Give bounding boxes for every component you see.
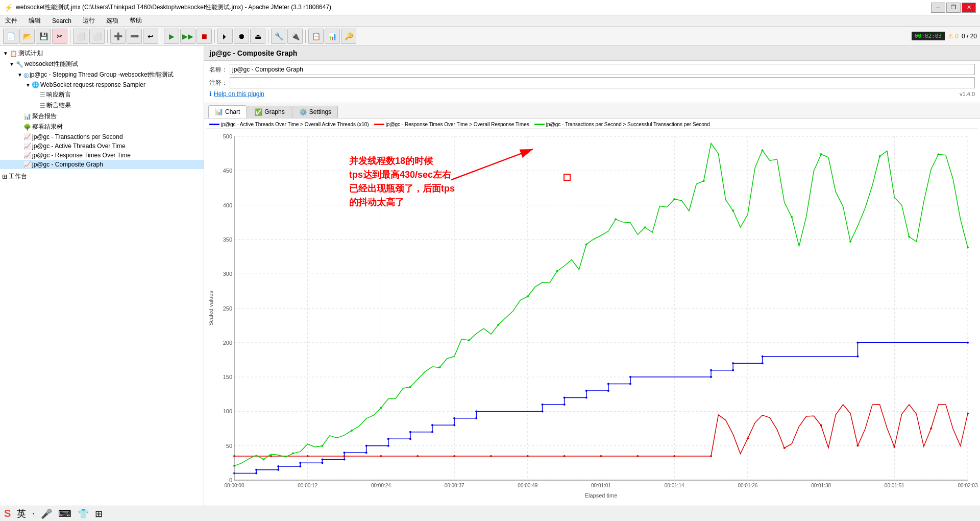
legend-text-green: jp@gc - Transactions per Second > Succes… [546, 122, 710, 127]
sidebar-item-websocket-test[interactable]: ▼ 🔧 websocket性能测试 [0, 59, 204, 69]
menubar: 文件 编辑 Search 运行 选项 帮助 [0, 15, 980, 27]
expand-test-plan[interactable]: ▼ [2, 51, 9, 56]
new-button[interactable]: 📄 [3, 29, 18, 44]
bottom-icon-s[interactable]: S [4, 508, 11, 519]
tps-icon: 📈 [23, 133, 31, 140]
clear-button[interactable]: ↩ [143, 29, 158, 44]
chart-area: jp@gc - Active Threads Over Time > Overa… [204, 119, 980, 506]
bottom-icon-shirt[interactable]: 👕 [78, 508, 89, 519]
menu-edit[interactable]: 编辑 [26, 15, 44, 26]
chart-canvas [206, 129, 978, 500]
menu-run[interactable]: 运行 [80, 15, 98, 26]
thread-count: 0 / 20 [962, 33, 977, 40]
play-button[interactable]: ▶ [164, 29, 179, 44]
expand-websocket[interactable]: ▼ [8, 61, 15, 67]
help-row: ℹ Help on this plugin v1.4.0 [209, 90, 975, 98]
sidebar-item-response-times[interactable]: 📈 jp@gc - Response Times Over Time [0, 151, 204, 160]
legend-text-red: jp@gc - Response Times Over Time > Overa… [386, 122, 529, 127]
plugin-button[interactable]: 🔌 [287, 29, 303, 44]
toolbar-sep-1 [70, 30, 70, 43]
response-label: jp@gc - Response Times Over Time [32, 152, 131, 159]
help-link[interactable]: Help on this plugin [214, 90, 264, 98]
remote-exit-button[interactable]: ⏏ [250, 29, 265, 44]
options-button1[interactable]: 📋 [308, 29, 324, 44]
toolbar-sep-6 [305, 30, 306, 43]
template-button[interactable]: 🔧 [271, 29, 286, 44]
stepping-label: jp@gc - Stepping Thread Group -websocket… [30, 70, 174, 79]
note-label: 注释： [209, 79, 230, 87]
warning-indicator: ⚠ 0 [948, 33, 959, 40]
sidebar-item-workbench[interactable]: ⊞ 工作台 [0, 171, 204, 182]
menu-options[interactable]: 选项 [103, 15, 121, 26]
main-layout: ▼ 📋 测试计划 ▼ 🔧 websocket性能测试 ▼ ◎ jp@gc - S… [0, 46, 980, 506]
open-button[interactable]: 📂 [19, 29, 35, 44]
menu-help[interactable]: 帮助 [127, 15, 145, 26]
composite-label: jp@gc - Composite Graph [32, 161, 103, 168]
panel-title: jp@gc - Composite Graph [209, 49, 297, 57]
tabs-bar: 📊 Chart ✅ Graphs ⚙️ Settings [204, 103, 980, 119]
panel-header: jp@gc - Composite Graph [204, 46, 980, 61]
sidebar-item-debug-result[interactable]: ☰ 断言结果 [0, 100, 204, 111]
stop-button[interactable]: ⏹ [197, 29, 212, 44]
workbench-label: 工作台 [9, 172, 27, 181]
remove-button[interactable]: ➖ [127, 29, 142, 44]
options-button2[interactable]: 📊 [325, 29, 340, 44]
note-input[interactable] [230, 77, 975, 88]
bottom-icon-mic[interactable]: 🎤 [41, 508, 52, 519]
toolbar-sep-2 [107, 30, 108, 43]
test-plan-icon: 📋 [9, 50, 17, 58]
paste-button[interactable]: ⬜ [89, 29, 105, 44]
sidebar-item-view-tree[interactable]: 🌳 察看结果树 [0, 122, 204, 132]
bottom-icon-lang[interactable]: 英 [17, 508, 26, 520]
sidebar-item-active-threads[interactable]: 📈 jp@gc - Active Threads Over Time [0, 141, 204, 151]
debug-label: 断言结果 [46, 101, 71, 110]
chart-wrapper: 并发线程数18的时候tps达到最高430/sec左右已经出现瓶颈了，后面tps的… [206, 129, 978, 500]
settings-tab-label: Settings [309, 108, 331, 115]
expand-sampler[interactable]: ▼ [24, 82, 32, 88]
form-area: 名称： 注释： ℹ Help on this plugin v1.4.0 [204, 61, 980, 103]
save-button[interactable]: 💾 [36, 29, 51, 44]
name-input[interactable] [230, 64, 975, 75]
bottom-icon-dot[interactable]: · [32, 508, 35, 519]
graphs-tab-label: Graphs [264, 108, 284, 115]
bottombar: S 英 · 🎤 ⌨ 👕 ⊞ [0, 506, 980, 521]
sidebar-item-test-plan[interactable]: ▼ 📋 测试计划 [0, 48, 204, 59]
menu-search[interactable]: Search [49, 16, 75, 26]
sidebar-item-stepping-thread[interactable]: ▼ ◎ jp@gc - Stepping Thread Group -webso… [0, 69, 204, 80]
titlebar: ⚡ websocket性能测试.jmx (C:\Users\Thinkpad T… [0, 0, 980, 15]
note-row: 注释： [209, 77, 975, 88]
tab-settings[interactable]: ⚙️ Settings [292, 106, 338, 118]
sampler-icon: 🌐 [32, 81, 39, 88]
maximize-button[interactable]: ❐ [946, 3, 961, 13]
bottom-icon-keyboard[interactable]: ⌨ [58, 508, 71, 519]
sidebar-item-assertion[interactable]: ☰ 响应断言 [0, 89, 204, 100]
cut-button[interactable]: ✂ [52, 29, 67, 44]
options-button3[interactable]: 🔑 [341, 29, 356, 44]
legend-active-threads: jp@gc - Active Threads Over Time > Overa… [209, 122, 369, 127]
toolbar-sep-3 [161, 30, 161, 43]
tab-chart[interactable]: 📊 Chart [208, 105, 247, 118]
remote-stop-button[interactable]: ⏺ [234, 29, 249, 44]
add-button[interactable]: ➕ [110, 29, 126, 44]
copy-button[interactable]: ⬜ [73, 29, 88, 44]
play-no-pause-button[interactable]: ▶▶ [180, 29, 195, 44]
legend-tps: jp@gc - Transactions per Second > Succes… [534, 122, 710, 127]
tab-graphs[interactable]: ✅ Graphs [248, 106, 291, 118]
minimize-button[interactable]: ─ [931, 3, 945, 13]
toolbar-sep-4 [214, 30, 215, 43]
content-panel: jp@gc - Composite Graph 名称： 注释： ℹ Help o… [204, 46, 980, 506]
remote-start-button[interactable]: ⏵ [217, 29, 233, 44]
toolbar-sep-5 [268, 30, 268, 43]
sidebar-item-websocket-sampler[interactable]: ▼ 🌐 WebSocket request-response Sampler [0, 80, 204, 89]
sidebar-item-tps[interactable]: 📈 jp@gc - Transactions per Second [0, 132, 204, 141]
menu-file[interactable]: 文件 [2, 15, 20, 26]
expand-stepping[interactable]: ▼ [16, 72, 23, 78]
sidebar-item-composite[interactable]: 📈 jp@gc - Composite Graph [0, 160, 204, 169]
sidebar-item-agg-report[interactable]: 📊 聚合报告 [0, 111, 204, 122]
window-title: websocket性能测试.jmx (C:\Users\Thinkpad T46… [16, 3, 331, 12]
legend-color-red [374, 124, 384, 125]
close-button[interactable]: ✕ [962, 3, 976, 13]
bottom-icon-grid[interactable]: ⊞ [95, 508, 103, 519]
legend-color-green [534, 124, 545, 125]
tps-label: jp@gc - Transactions per Second [32, 133, 123, 140]
